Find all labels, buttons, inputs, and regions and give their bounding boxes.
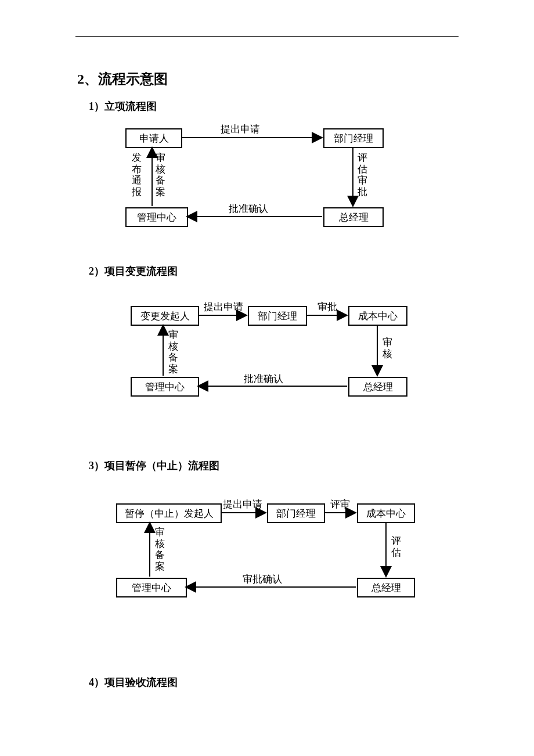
lbl-submit: 提出申请 [223,498,262,511]
lbl-review: 评审 [330,498,350,511]
lbl-evaluate: 评估 [390,535,402,558]
section4-title: 4）项目验收流程图 [89,675,178,689]
lbl-approve-confirm: 审批确认 [243,573,282,586]
lbl-audit-file: 审核备案 [154,527,165,572]
